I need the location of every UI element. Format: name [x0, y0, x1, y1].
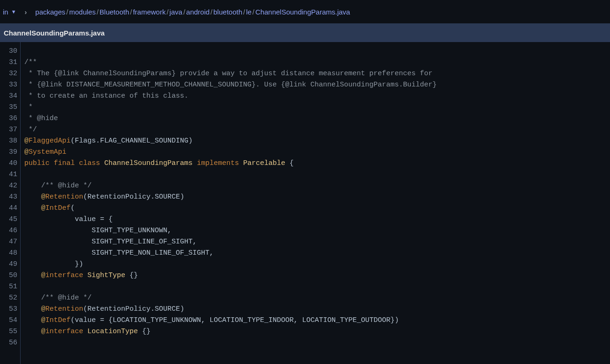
breadcrumb: packages/modules/Bluetooth/framework/jav… [36, 8, 350, 16]
line-number: 30 [0, 46, 20, 57]
line-number: 49 [0, 259, 20, 270]
code-content[interactable]: /** * The {@link ChannelSoundingParams} … [21, 42, 437, 364]
line-number: 55 [0, 326, 20, 337]
breadcrumb-segment[interactable]: java [170, 8, 183, 16]
branch-selector[interactable]: in ▼ [3, 8, 16, 16]
line-number: 37 [0, 124, 20, 136]
code-line[interactable] [24, 169, 437, 180]
line-number: 32 [0, 68, 20, 79]
breadcrumb-segment[interactable]: packages [36, 8, 65, 16]
line-number: 48 [0, 248, 20, 259]
code-line[interactable] [24, 281, 437, 293]
code-line[interactable]: value = { [24, 214, 437, 225]
code-line[interactable]: SIGHT_TYPE_UNKNOWN, [24, 225, 437, 236]
breadcrumb-segment[interactable]: ChannelSoundingParams.java [255, 8, 350, 16]
code-line[interactable]: }) [24, 259, 437, 270]
code-line[interactable]: @interface SightType {} [24, 270, 437, 281]
code-line[interactable]: SIGHT_TYPE_LINE_OF_SIGHT, [24, 236, 437, 248]
code-line[interactable]: * The {@link ChannelSoundingParams} prov… [24, 68, 437, 79]
line-number: 54 [0, 315, 20, 326]
line-number: 45 [0, 214, 20, 225]
line-number: 33 [0, 79, 20, 91]
breadcrumb-slash: / [97, 8, 99, 16]
line-number: 41 [0, 169, 20, 180]
code-line[interactable]: * {@link DISTANCE_MEASUREMENT_METHOD_CHA… [24, 79, 437, 91]
line-number: 46 [0, 225, 20, 236]
line-number: 50 [0, 270, 20, 281]
line-number: 42 [0, 180, 20, 192]
breadcrumb-slash: / [252, 8, 254, 16]
breadcrumb-separator-icon: › [25, 8, 27, 16]
line-number: 40 [0, 158, 20, 169]
breadcrumb-slash: / [210, 8, 212, 16]
breadcrumb-segment[interactable]: framework [133, 8, 165, 16]
line-number: 38 [0, 136, 20, 147]
line-number: 34 [0, 91, 20, 102]
code-line[interactable] [24, 46, 437, 57]
line-number: 47 [0, 236, 20, 248]
breadcrumb-slash: / [243, 8, 245, 16]
code-line[interactable]: @Retention(RetentionPolicy.SOURCE) [24, 192, 437, 203]
file-tab[interactable]: ChannelSoundingParams.java [4, 29, 105, 37]
code-line[interactable]: /** @hide */ [24, 180, 437, 192]
code-editor: 3031323334353637383940414243444546474849… [0, 42, 610, 364]
breadcrumb-slash: / [166, 8, 168, 16]
code-line[interactable]: SIGHT_TYPE_NON_LINE_OF_SIGHT, [24, 248, 437, 259]
chevron-down-icon: ▼ [11, 9, 16, 14]
line-number: 52 [0, 293, 20, 304]
line-number-gutter: 3031323334353637383940414243444546474849… [0, 42, 21, 364]
breadcrumb-segment[interactable]: bluetooth [214, 8, 243, 16]
topbar: in ▼ › packages/modules/Bluetooth/framew… [0, 0, 610, 23]
line-number: 44 [0, 203, 20, 214]
breadcrumb-slash: / [183, 8, 185, 16]
code-line[interactable]: @IntDef( [24, 203, 437, 214]
code-line[interactable]: * @hide [24, 113, 437, 124]
breadcrumb-segment[interactable]: modules [69, 8, 96, 16]
line-number: 43 [0, 192, 20, 203]
branch-label: in [3, 8, 8, 16]
line-number: 35 [0, 102, 20, 113]
code-line[interactable]: public final class ChannelSoundingParams… [24, 158, 437, 169]
code-line[interactable]: @SystemApi [24, 147, 437, 158]
breadcrumb-segment[interactable]: le [246, 8, 251, 16]
code-line[interactable]: /** [24, 57, 437, 68]
code-line[interactable]: @interface LocationType {} [24, 326, 437, 337]
line-number: 56 [0, 337, 20, 349]
breadcrumb-segment[interactable]: android [186, 8, 209, 16]
breadcrumb-slash: / [130, 8, 132, 16]
line-number: 31 [0, 57, 20, 68]
line-number: 39 [0, 147, 20, 158]
code-line[interactable]: @Retention(RetentionPolicy.SOURCE) [24, 304, 437, 315]
line-number: 51 [0, 281, 20, 293]
breadcrumb-slash: / [66, 8, 68, 16]
code-line[interactable] [24, 337, 437, 349]
code-line[interactable]: */ [24, 124, 437, 136]
tab-bar: ChannelSoundingParams.java [0, 23, 610, 42]
code-line[interactable]: @IntDef(value = {LOCATION_TYPE_UNKNOWN, … [24, 315, 437, 326]
code-line[interactable]: @FlaggedApi(Flags.FLAG_CHANNEL_SOUNDING) [24, 136, 437, 147]
line-number: 53 [0, 304, 20, 315]
line-number: 36 [0, 113, 20, 124]
code-line[interactable]: /** @hide */ [24, 293, 437, 304]
breadcrumb-segment[interactable]: Bluetooth [100, 8, 129, 16]
code-line[interactable]: * to create an instance of this class. [24, 91, 437, 102]
code-line[interactable]: * [24, 102, 437, 113]
